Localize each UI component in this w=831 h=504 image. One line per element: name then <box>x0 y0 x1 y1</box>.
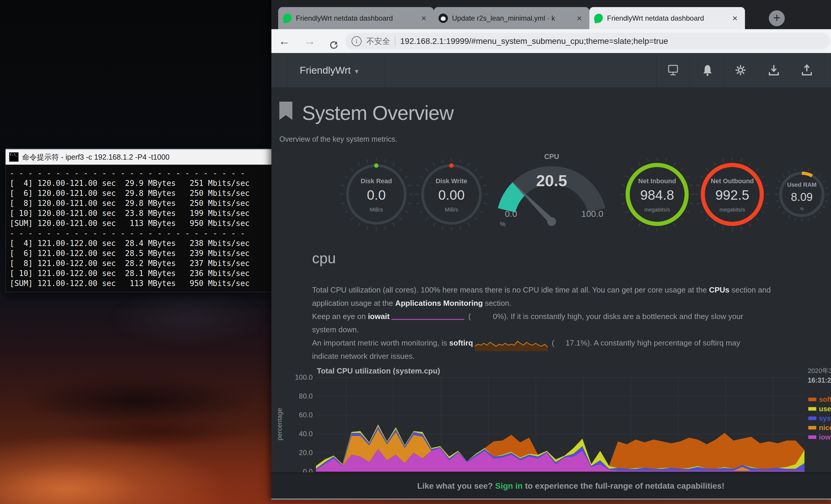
legend-item-nice[interactable]: nice <box>808 423 831 433</box>
legend-item-softirq[interactable]: softirq <box>808 395 831 404</box>
used-ram-gauge[interactable]: Used RAM8.09% <box>755 150 831 246</box>
svg-text:%: % <box>800 206 804 211</box>
legend-label: nice <box>819 423 831 432</box>
browser-window: + FriendlyWrt netdata dashboard×Update r… <box>271 0 831 500</box>
svg-text:8.09: 8.09 <box>791 191 813 203</box>
tab-title: FriendlyWrt netdata dashboard <box>607 14 725 22</box>
upload-button[interactable] <box>800 64 814 77</box>
refresh-button[interactable] <box>325 29 343 53</box>
terminal-title: 命令提示符 - iperf3 -c 192.168.1.2 -P4 -t1000 <box>22 152 169 162</box>
cpu-utilization-chart[interactable] <box>316 377 804 472</box>
refresh-icon <box>328 39 340 51</box>
header-divider <box>791 53 791 88</box>
download-button[interactable] <box>767 64 781 77</box>
tab-title: FriendlyWrt netdata dashboard <box>296 14 414 22</box>
y-axis-tick: 80.0 <box>283 392 313 401</box>
download-icon <box>767 64 780 77</box>
github-favicon-icon <box>438 13 448 23</box>
site-info-icon[interactable]: i <box>351 36 362 46</box>
svg-text:Net Outbound: Net Outbound <box>711 177 754 185</box>
legend-swatch <box>808 435 816 439</box>
svg-text:MiB/s: MiB/s <box>445 207 458 213</box>
description-line: Total CPU utilization (all cores). 100% … <box>312 284 831 297</box>
cloud-shape <box>0 455 177 504</box>
chart-time: 16:31:2 <box>808 376 831 385</box>
svg-text:0.00: 0.00 <box>438 187 465 203</box>
signin-suffix: to experience the full-range of netdata … <box>523 481 725 491</box>
url-text[interactable]: 192.168.2.1:19999/#menu_system_submenu_c… <box>400 36 668 46</box>
disk-write-gauge[interactable]: Disk Write0.00MiB/s <box>404 150 498 246</box>
forward-button[interactable]: → <box>301 29 319 53</box>
netdata-favicon-icon <box>282 13 293 23</box>
host-name: FriendlyWrt <box>300 64 351 76</box>
svg-text:megabits/s: megabits/s <box>644 207 670 213</box>
chart-legend: softirqusersystemniceiowait <box>808 395 831 442</box>
bell-button[interactable] <box>700 64 715 77</box>
chart-y-axis-label: percentage <box>276 408 284 440</box>
signin-link[interactable]: Sign in <box>495 481 522 491</box>
y-axis-tick: 20.0 <box>283 448 313 457</box>
header-divider <box>385 53 385 88</box>
legend-label: softirq <box>819 395 831 404</box>
back-button[interactable]: ← <box>276 29 293 53</box>
section-title: System Overview <box>302 100 454 125</box>
browser-tab-1[interactable]: FriendlyWrt netdata dashboard× <box>278 7 434 29</box>
gear-icon <box>734 64 747 77</box>
dynamic-percentage-value: 17.1% <box>554 336 587 350</box>
legend-item-system[interactable]: system <box>808 414 831 423</box>
close-icon[interactable]: × <box>419 13 429 23</box>
host-dropdown[interactable]: FriendlyWrt▾ <box>300 53 358 88</box>
display-button[interactable] <box>666 64 681 77</box>
tab-title: Update r2s_lean_minimal.yml · k <box>452 14 570 22</box>
cloud-shape <box>27 410 292 454</box>
svg-text:0.0: 0.0 <box>367 187 386 203</box>
legend-item-user[interactable]: user <box>808 404 831 414</box>
bookmark-icon <box>279 101 292 120</box>
svg-text:20.5: 20.5 <box>536 172 567 189</box>
legend-swatch <box>808 398 816 401</box>
close-icon[interactable]: × <box>729 13 740 23</box>
signin-text: Like what you see? Sign in to experience… <box>417 473 724 498</box>
chart-title: Total CPU utilization (system.cpu) <box>317 366 440 376</box>
chart-date: 2020年3 <box>808 366 831 376</box>
new-tab-button[interactable]: + <box>769 10 785 26</box>
cpu-gauge[interactable]: CPU20.50.0100.0% <box>496 150 608 240</box>
browser-toolbar: ← → i 不安全 192.168.2.1:19999/#menu_system… <box>271 29 831 53</box>
security-label[interactable]: 不安全 <box>366 36 390 47</box>
softirq-sparkline-chart[interactable] <box>475 339 548 351</box>
svg-text:992.5: 992.5 <box>715 187 749 203</box>
netdata-header: FriendlyWrt▾ <box>271 53 831 88</box>
svg-text:CPU: CPU <box>544 153 559 160</box>
iowait-sparkline-chart[interactable] <box>391 313 464 321</box>
svg-text:Used RAM: Used RAM <box>787 181 816 188</box>
browser-tab-2[interactable]: Update r2s_lean_minimal.yml · k× <box>434 7 590 29</box>
header-divider <box>824 53 825 88</box>
cmd-terminal-window[interactable]: C:\_ 命令提示符 - iperf3 -c 192.168.1.2 -P4 -… <box>5 148 272 292</box>
legend-label: system <box>819 414 831 422</box>
description-line: An important metric worth monitoring, is… <box>312 336 831 350</box>
netdata-page: FriendlyWrt▾ System Overview Overview of… <box>271 53 831 498</box>
terminal-titlebar[interactable]: C:\_ 命令提示符 - iperf3 -c 192.168.1.2 -P4 -… <box>6 149 272 165</box>
header-divider <box>690 53 690 88</box>
y-axis-tick: 100.0 <box>283 373 313 382</box>
header-divider <box>724 53 725 88</box>
cmd-prompt-icon: C:\_ <box>9 152 19 162</box>
dynamic-percentage-value: 0% <box>471 310 504 323</box>
gear-button[interactable] <box>733 64 748 77</box>
y-axis-tick: 40.0 <box>283 429 313 438</box>
display-icon <box>666 64 680 77</box>
chart-timestamp: 2020年3 16:31:2 <box>808 366 831 385</box>
legend-item-iowait[interactable]: iowait <box>808 433 831 442</box>
signin-banner: Like what you see? Sign in to experience… <box>271 473 831 498</box>
browser-tab-3[interactable]: FriendlyWrt netdata dashboard× <box>590 7 745 29</box>
svg-text:Disk Read: Disk Read <box>361 177 392 185</box>
signin-prefix: Like what you see? <box>417 481 495 491</box>
description-line: application usage at the Applications Mo… <box>312 297 831 310</box>
close-icon[interactable]: × <box>574 13 585 23</box>
address-bar[interactable]: i 不安全 192.168.2.1:19999/#menu_system_sub… <box>345 33 830 50</box>
svg-text:0.0: 0.0 <box>505 209 517 218</box>
desktop: C:\_ 命令提示符 - iperf3 -c 192.168.1.2 -P4 -… <box>0 0 831 504</box>
description-line: indicate network driver issues. <box>312 350 831 363</box>
header-divider <box>657 53 657 88</box>
svg-text:megabits/s: megabits/s <box>719 207 745 213</box>
